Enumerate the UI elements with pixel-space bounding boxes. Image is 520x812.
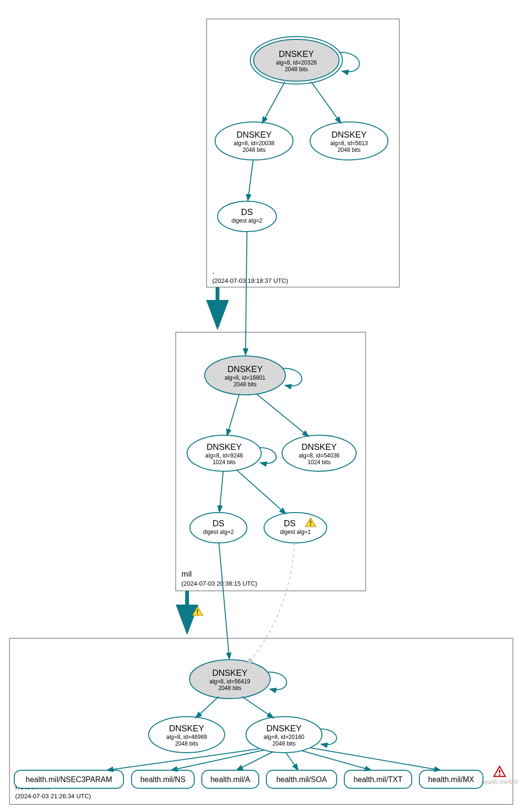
svg-text:DNSKEY: DNSKEY	[207, 442, 242, 452]
root-ds: DS digest alg=2	[217, 201, 276, 232]
edge-root-zsk1-ds	[248, 160, 253, 201]
health-ksk: DNSKEY alg=8, id=56419 2048 bits	[189, 660, 270, 699]
svg-text:2048 bits: 2048 bits	[234, 381, 257, 388]
svg-text:alg=8, id=20160: alg=8, id=20160	[264, 734, 304, 740]
root-zsk1: DNSKEY alg=8, id=20038 2048 bits	[215, 122, 293, 160]
svg-text:digest alg=1: digest alg=1	[280, 529, 311, 535]
svg-text:DNSKEY: DNSKEY	[212, 668, 247, 678]
mil-zsk2: DNSKEY alg=8, id=54036 1024 bits	[282, 435, 356, 471]
edge-mil-zsk1-ds2	[236, 470, 286, 514]
svg-text:2048 bits: 2048 bits	[273, 740, 296, 747]
svg-text:health.mil/MX: health.mil/MX	[428, 775, 474, 784]
edge-health-ksk-zsk2	[242, 697, 274, 718]
svg-text:alg=8, id=9246: alg=8, id=9246	[205, 452, 243, 459]
edge-root-ksk-zsk1	[262, 82, 285, 123]
svg-text:DNSKEY: DNSKEY	[227, 364, 263, 374]
edge-mil-ksk-zsk1	[227, 394, 239, 436]
svg-text:DNSKEY: DNSKEY	[302, 442, 337, 452]
edge-root-ds-mil-ksk	[246, 232, 247, 355]
svg-text:alg=8, id=56419: alg=8, id=56419	[209, 678, 250, 685]
edge-health-ksk-zsk1	[196, 697, 218, 718]
svg-text:alg=8, id=5613: alg=8, id=5613	[330, 140, 368, 147]
svg-text:alg=8, id=54036: alg=8, id=54036	[299, 452, 340, 459]
zone-mil-time: (2024-07-03 20:38:15 UTC)	[181, 580, 257, 587]
svg-text:2048 bits: 2048 bits	[285, 66, 308, 73]
root-ksk: DNSKEY alg=8, id=20326 2048 bits	[250, 37, 342, 84]
svg-text:alg=8, id=16801: alg=8, id=16801	[225, 374, 265, 381]
svg-text:health.mil/NS: health.mil/NS	[140, 775, 185, 784]
edge-zsk2-txt	[302, 751, 371, 770]
mil-ds2: DS digest alg=1	[264, 513, 327, 543]
svg-text:alg=8, id=20326: alg=8, id=20326	[276, 59, 317, 66]
mil-ds1: DS digest alg=2	[190, 513, 247, 543]
mil-ksk: DNSKEY alg=8, id=16801 2048 bits	[205, 356, 285, 395]
mil-zsk1: DNSKEY alg=8, id=9246 1024 bits	[187, 435, 261, 471]
svg-text:1024 bits: 1024 bits	[308, 459, 331, 466]
svg-text:DNSKEY: DNSKEY	[279, 49, 314, 59]
health-zsk2: DNSKEY alg=8, id=20160 2048 bits	[246, 717, 322, 753]
rr-mx-error: health.mil/MX	[481, 766, 519, 785]
svg-text:DNSKEY: DNSKEY	[266, 724, 302, 733]
svg-text:alg=8, id=46989: alg=8, id=46989	[166, 734, 207, 740]
edge-zsk2-soa	[286, 753, 298, 770]
edge-health-ksk-self	[268, 672, 287, 690]
svg-text:health.mil/NSEC3PARAM: health.mil/NSEC3PARAM	[26, 775, 112, 784]
error-icon	[494, 766, 505, 776]
zone-root-time: (2024-07-03 19:18:37 UTC)	[212, 277, 288, 284]
svg-text:2048 bits: 2048 bits	[218, 685, 242, 691]
svg-text:health.mil/TXT: health.mil/TXT	[353, 775, 402, 784]
edge-mil-ksk-zsk2	[256, 394, 309, 437]
edge-health-zsk2-self	[320, 729, 337, 745]
svg-text:health.mil/SOA: health.mil/SOA	[276, 775, 327, 784]
svg-text:DS: DS	[212, 519, 224, 528]
svg-text:DS: DS	[241, 207, 253, 217]
svg-text:2048 bits: 2048 bits	[338, 147, 361, 153]
rr-mx: health.mil/MX	[419, 770, 483, 788]
edge-mil-ksk-self	[284, 368, 302, 386]
health-zsk1: DNSKEY alg=8, id=46989 2048 bits	[149, 717, 225, 753]
edge-root-ksk-zsk2	[311, 82, 341, 123]
edge-mil-zsk1-ds1	[219, 471, 223, 512]
edge-mil-zsk1-self	[259, 448, 276, 464]
svg-text:DNSKEY: DNSKEY	[236, 130, 272, 140]
svg-text:digest alg=2: digest alg=2	[203, 529, 234, 535]
svg-text:DNSKEY: DNSKEY	[331, 130, 367, 140]
svg-text:2048 bits: 2048 bits	[243, 147, 266, 153]
rr-nsec3param: health.mil/NSEC3PARAM	[14, 770, 123, 788]
root-zsk2: DNSKEY alg=8, id=5613 2048 bits	[310, 122, 388, 160]
svg-text:DS: DS	[284, 519, 295, 528]
svg-text:health.mil/A: health.mil/A	[210, 775, 250, 784]
rr-a: health.mil/A	[202, 770, 259, 788]
rr-ns: health.mil/NS	[132, 770, 194, 788]
rr-soa: health.mil/SOA	[266, 770, 337, 788]
svg-text:2048 bits: 2048 bits	[175, 740, 199, 747]
warning-icon	[192, 607, 203, 616]
zone-mil-title: mil	[181, 569, 192, 579]
svg-text:alg=8, id=20038: alg=8, id=20038	[234, 140, 274, 147]
svg-text:DNSKEY: DNSKEY	[169, 724, 204, 733]
zone-root-title: .	[212, 267, 215, 276]
edge-mil-ds2-health-ksk	[247, 543, 294, 664]
svg-text:health.mil/MX: health.mil/MX	[481, 778, 519, 785]
svg-text:digest alg=2: digest alg=2	[231, 217, 262, 224]
edge-mil-ds1-health-ksk	[219, 543, 229, 659]
rr-txt: health.mil/TXT	[344, 770, 412, 788]
zone-health-time: (2024-07-03 21:26:34 UTC)	[15, 793, 91, 800]
svg-text:1024 bits: 1024 bits	[213, 459, 236, 466]
